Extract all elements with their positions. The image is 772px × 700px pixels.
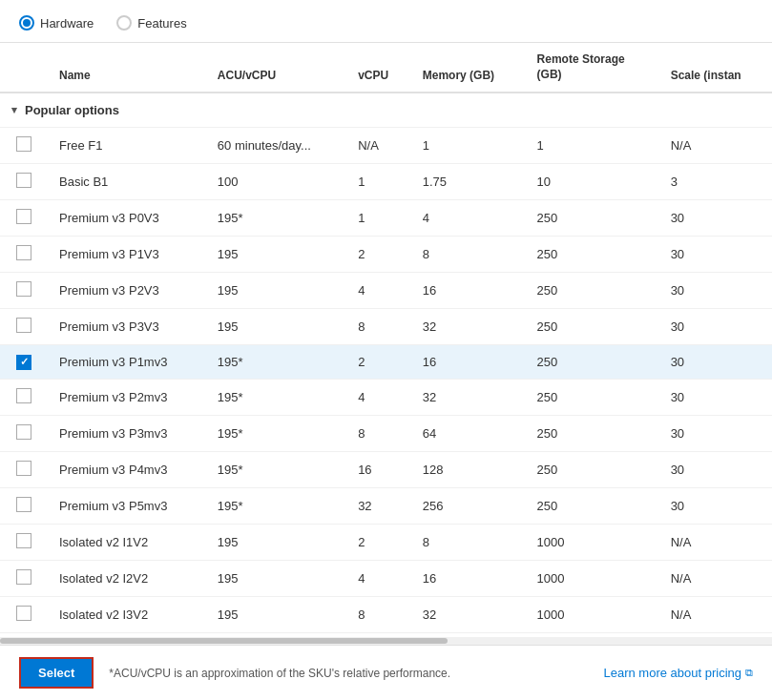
row-checkbox-cell[interactable]	[0, 345, 48, 380]
table-row[interactable]: Premium v3 P2V319541625030	[0, 273, 772, 309]
row-checkbox[interactable]	[16, 281, 31, 297]
table-row[interactable]: Premium v3 P3mv3195*86425030	[0, 415, 772, 451]
row-remote_storage: 1000	[526, 596, 659, 632]
learn-more-link[interactable]: Learn more about pricing ⧉	[603, 666, 753, 680]
table-row[interactable]: Isolated v2 I3V21958321000N/A	[0, 596, 772, 632]
row-remote_storage: 250	[526, 415, 659, 451]
radio-features[interactable]: Features	[116, 15, 186, 31]
row-memory: 16	[411, 273, 526, 309]
row-scale: N/A	[659, 596, 772, 632]
row-name: Premium v3 P1V3	[48, 237, 206, 273]
row-name: Isolated v2 I1V2	[48, 524, 206, 560]
row-checkbox[interactable]	[16, 136, 31, 152]
row-vcpu: N/A	[346, 128, 411, 164]
row-memory: 4	[411, 200, 526, 237]
horizontal-scrollbar[interactable]	[0, 637, 772, 645]
row-name: Premium v3 P0V3	[48, 200, 206, 237]
row-checkbox-cell[interactable]	[0, 524, 48, 560]
row-name: Premium v3 P3V3	[48, 309, 206, 345]
row-scale: 30	[659, 309, 772, 345]
row-scale: N/A	[659, 128, 772, 164]
row-checkbox-cell[interactable]	[0, 487, 48, 524]
table-body: ▾Popular optionsFree F160 minutes/day...…	[0, 93, 772, 637]
row-checkbox[interactable]	[16, 497, 31, 512]
table-row[interactable]: Premium v3 P1mv3195*21625030	[0, 345, 772, 380]
row-checkbox-cell[interactable]	[0, 560, 48, 596]
row-checkbox[interactable]	[16, 388, 31, 403]
row-vcpu: 2	[346, 237, 411, 273]
row-name: Isolated v2 I3V2	[48, 596, 206, 632]
row-name: Basic B1	[48, 164, 206, 200]
row-acu_vcpu: 100	[206, 164, 346, 200]
row-checkbox[interactable]	[16, 209, 31, 224]
row-memory: 1	[411, 128, 526, 164]
main-content: Name ACU/vCPU vCPU Memory (GB) Remote St…	[0, 43, 772, 645]
scrollbar-thumb	[0, 638, 448, 644]
row-memory: 16	[411, 345, 526, 380]
row-checkbox[interactable]	[16, 533, 31, 548]
row-checkbox[interactable]	[16, 424, 31, 440]
table-row[interactable]: Premium v3 P3V319583225030	[0, 309, 772, 345]
row-remote_storage: 250	[526, 487, 659, 524]
row-checkbox[interactable]	[16, 173, 31, 188]
table-row[interactable]: Premium v3 P2mv3195*43225030	[0, 379, 772, 415]
radio-hardware[interactable]: Hardware	[19, 15, 94, 31]
th-acu-vcpu: ACU/vCPU	[206, 43, 346, 93]
th-remote-storage: Remote Storage(GB)	[526, 43, 659, 93]
section-chevron-icon: ▾	[11, 104, 17, 116]
row-checkbox[interactable]	[16, 245, 31, 260]
row-checkbox[interactable]	[16, 318, 31, 333]
row-vcpu: 8	[346, 415, 411, 451]
row-checkbox-cell[interactable]	[0, 309, 48, 345]
footnote-text: *ACU/vCPU is an approximation of the SKU…	[109, 667, 588, 680]
row-memory: 16	[411, 560, 526, 596]
row-checkbox-cell[interactable]	[0, 237, 48, 273]
table-row[interactable]: Premium v3 P1V31952825030	[0, 237, 772, 273]
row-checkbox[interactable]	[16, 606, 31, 621]
row-memory: 32	[411, 379, 526, 415]
row-scale: 30	[659, 345, 772, 380]
row-scale: 30	[659, 273, 772, 309]
row-remote_storage: 10	[526, 164, 659, 200]
row-scale: 30	[659, 415, 772, 451]
table-row[interactable]: Premium v3 P0V3195*1425030	[0, 200, 772, 237]
row-checkbox-cell[interactable]	[0, 415, 48, 451]
radio-hardware-circle	[19, 15, 34, 31]
row-remote_storage: 1000	[526, 524, 659, 560]
row-checkbox-cell[interactable]	[0, 451, 48, 487]
table-row[interactable]: Premium v3 P5mv3195*3225625030	[0, 487, 772, 524]
row-vcpu: 2	[346, 524, 411, 560]
table-row[interactable]: Free F160 minutes/day...N/A11N/A	[0, 128, 772, 164]
row-checkbox-cell[interactable]	[0, 379, 48, 415]
radio-features-circle	[116, 15, 132, 31]
table-row[interactable]: Premium v3 P4mv3195*1612825030	[0, 451, 772, 487]
th-memory: Memory (GB)	[411, 43, 526, 93]
table-row[interactable]: Isolated v2 I1V2195281000N/A	[0, 524, 772, 560]
row-checkbox-cell[interactable]	[0, 596, 48, 632]
row-checkbox-cell[interactable]	[0, 273, 48, 309]
row-acu_vcpu: 60 minutes/day...	[206, 128, 346, 164]
row-vcpu: 4	[346, 379, 411, 415]
row-checkbox[interactable]	[16, 569, 31, 585]
row-vcpu: 4	[346, 560, 411, 596]
row-checkbox-cell[interactable]	[0, 200, 48, 237]
bottom-bar: Select *ACU/vCPU is an approximation of …	[0, 645, 772, 700]
select-button[interactable]: Select	[19, 657, 94, 689]
row-name: Premium v3 P4mv3	[48, 451, 206, 487]
row-checkbox-cell[interactable]	[0, 128, 48, 164]
table-container[interactable]: Name ACU/vCPU vCPU Memory (GB) Remote St…	[0, 43, 772, 637]
row-acu_vcpu: 195	[206, 273, 346, 309]
table-row[interactable]: Isolated v2 I2V21954161000N/A	[0, 560, 772, 596]
row-checkbox[interactable]	[16, 355, 31, 370]
row-memory: 128	[411, 451, 526, 487]
row-checkbox-cell[interactable]	[0, 164, 48, 200]
pricing-table: Name ACU/vCPU vCPU Memory (GB) Remote St…	[0, 43, 772, 637]
th-checkbox	[0, 43, 48, 93]
row-checkbox[interactable]	[16, 461, 31, 476]
table-row[interactable]: Basic B110011.75103	[0, 164, 772, 200]
section-header[interactable]: ▾Popular options	[0, 93, 772, 128]
row-acu_vcpu: 195*	[206, 379, 346, 415]
row-name: Premium v3 P2mv3	[48, 379, 206, 415]
row-memory: 32	[411, 309, 526, 345]
row-acu_vcpu: 195*	[206, 345, 346, 380]
